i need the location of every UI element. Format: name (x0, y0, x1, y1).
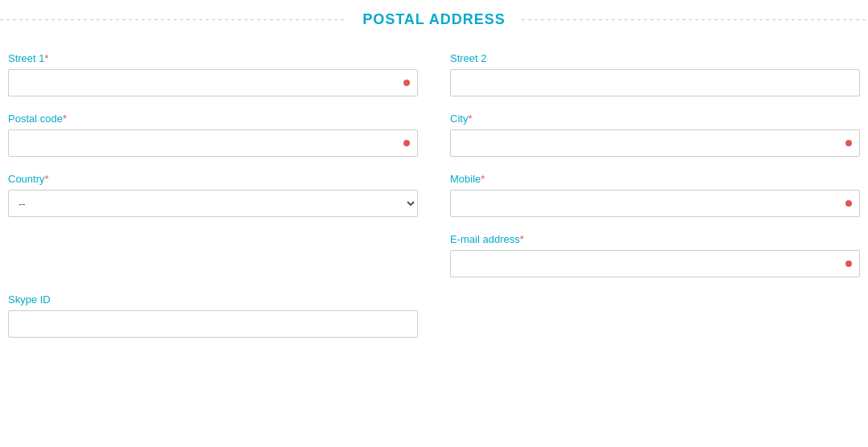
city-input-wrapper (450, 129, 860, 157)
header-section: POSTAL ADDRESS (0, 0, 868, 36)
city-required-marker: * (468, 113, 472, 125)
country-label: Country* (8, 173, 418, 185)
header-line-right (522, 19, 868, 20)
skype-label: Skype ID (8, 293, 418, 306)
form-col-street1: Street 1* (8, 52, 418, 96)
page-title: POSTAL ADDRESS (346, 11, 522, 28)
city-label: City* (450, 113, 860, 125)
form-row-street: Street 1* Street 2 (8, 52, 860, 96)
form-col-email: E-mail address* (450, 233, 860, 277)
form-col-empty-right (450, 293, 860, 338)
postal-code-label: Postal code* (8, 113, 418, 125)
form-col-country: Country* -- (8, 173, 418, 217)
form-col-street2: Street 2 (450, 52, 860, 96)
street1-input[interactable] (8, 69, 418, 96)
skype-input[interactable] (8, 310, 418, 338)
street2-input-wrapper (450, 69, 860, 96)
postal-required-marker: * (63, 113, 67, 125)
city-input[interactable] (450, 129, 860, 157)
page-wrapper: POSTAL ADDRESS Street 1* Street 2 (0, 0, 868, 447)
form-row-skype: Skype ID (8, 293, 860, 338)
email-input-wrapper (450, 250, 860, 277)
country-required-marker: * (45, 173, 49, 185)
form-section: Street 1* Street 2 Postal code* (0, 36, 868, 338)
email-label: E-mail address* (450, 233, 860, 245)
postal-code-input[interactable] (8, 129, 418, 157)
mobile-input[interactable] (450, 190, 860, 217)
email-required-marker: * (520, 233, 524, 245)
postal-input-wrapper (8, 129, 418, 157)
header-line-left (0, 19, 346, 20)
street1-required-marker: * (45, 52, 49, 64)
mobile-input-wrapper (450, 190, 860, 217)
form-row-postal-city: Postal code* City* (8, 113, 860, 157)
email-input[interactable] (450, 250, 860, 277)
form-col-empty (8, 233, 418, 277)
form-col-skype: Skype ID (8, 293, 418, 338)
form-col-city: City* (450, 113, 860, 157)
form-row-email: E-mail address* (8, 233, 860, 277)
street1-label: Street 1* (8, 52, 418, 64)
skype-input-wrapper (8, 310, 418, 338)
form-col-postal: Postal code* (8, 113, 418, 157)
street2-label: Street 2 (450, 52, 860, 64)
country-select[interactable]: -- (8, 190, 418, 217)
street2-input[interactable] (450, 69, 860, 96)
mobile-label: Mobile* (450, 173, 860, 185)
street1-input-wrapper (8, 69, 418, 96)
mobile-required-marker: * (481, 173, 485, 185)
form-col-mobile: Mobile* (450, 173, 860, 217)
form-row-country-mobile: Country* -- Mobile* (8, 173, 860, 217)
